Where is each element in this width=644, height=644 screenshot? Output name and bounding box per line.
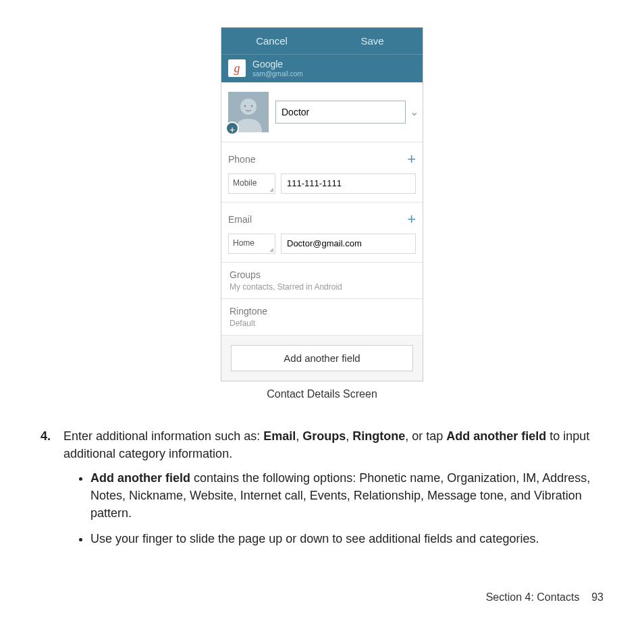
account-text: Google sam@gmail.com <box>252 59 303 78</box>
footer-section: Section 4: Contacts <box>486 591 580 603</box>
step-number: 4. <box>41 427 63 556</box>
phone-number-input[interactable] <box>281 173 416 194</box>
bullet-1: Add another field contains the following… <box>90 469 603 522</box>
google-icon: g <box>228 59 246 77</box>
account-email: sam@gmail.com <box>252 70 303 78</box>
svg-point-3 <box>251 105 253 107</box>
email-type-select[interactable]: Home <box>228 234 275 254</box>
groups-value: My contacts, Starred in Android <box>230 282 414 292</box>
phone-section-label: Phone <box>228 154 255 165</box>
dialog-topbar: Cancel Save <box>221 28 423 54</box>
figure-caption: Contact Details Screen <box>41 388 603 400</box>
email-address-input[interactable] <box>281 234 416 254</box>
ringtone-row[interactable]: Ringtone Default <box>221 299 423 336</box>
add-photo-icon[interactable]: + <box>225 122 239 135</box>
contact-avatar[interactable]: + <box>228 92 269 132</box>
account-header[interactable]: g Google sam@gmail.com <box>221 54 423 82</box>
bullet-2: Use your finger to slide the page up or … <box>90 530 603 547</box>
svg-point-2 <box>244 105 246 107</box>
add-phone-icon[interactable]: + <box>407 151 416 168</box>
groups-label: Groups <box>230 269 414 280</box>
contact-edit-screenshot: Cancel Save g Google sam@gmail.com + <box>221 27 423 381</box>
svg-point-1 <box>240 99 257 115</box>
ringtone-label: Ringtone <box>230 306 414 317</box>
groups-row[interactable]: Groups My contacts, Starred in Android <box>221 263 423 299</box>
page-footer: Section 4: Contacts 93 <box>486 591 603 603</box>
account-provider: Google <box>252 59 303 70</box>
expand-name-icon[interactable]: ⌄ <box>410 105 419 118</box>
ringtone-value: Default <box>230 319 414 328</box>
step-text: Enter additional information such as: Em… <box>63 427 603 556</box>
add-email-icon[interactable]: + <box>407 211 416 228</box>
cancel-button[interactable]: Cancel <box>221 28 322 54</box>
add-another-field-button[interactable]: Add another field <box>231 345 413 371</box>
footer-page: 93 <box>591 591 603 603</box>
save-button[interactable]: Save <box>322 28 423 54</box>
contact-name-input[interactable] <box>275 101 406 124</box>
email-section-label: Email <box>228 214 252 225</box>
phone-type-select[interactable]: Mobile <box>228 173 275 194</box>
instruction-body: 4. Enter additional information such as:… <box>41 427 603 556</box>
